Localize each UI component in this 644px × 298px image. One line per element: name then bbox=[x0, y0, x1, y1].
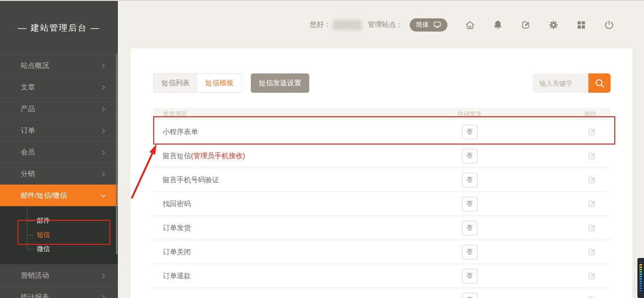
auto-send-toggle[interactable]: 否 bbox=[462, 293, 478, 298]
sidebar-item-products[interactable]: 产品 bbox=[0, 98, 118, 120]
auto-send-toggle[interactable]: 否 bbox=[462, 125, 478, 139]
row-label: 订单发货 bbox=[163, 224, 191, 232]
auto-send-toggle[interactable]: 否 bbox=[462, 269, 478, 283]
sidebar-item-label: 站点概况 bbox=[21, 61, 100, 70]
topbar: 您好： 管理站点： 简体 bbox=[118, 1, 644, 48]
sidebar-scrollbar[interactable] bbox=[116, 54, 117, 254]
home-icon[interactable] bbox=[465, 20, 475, 30]
search-box bbox=[533, 73, 611, 93]
site-language-pill[interactable]: 简体 bbox=[410, 18, 447, 32]
row-label: 订单退款 bbox=[163, 272, 191, 280]
sidebar-item-label: 会员 bbox=[21, 148, 100, 157]
tab-sms-template[interactable]: 短信模板 bbox=[198, 74, 241, 92]
row-edit-icon[interactable] bbox=[587, 127, 596, 137]
tab-group: 短信列表 短信模板 bbox=[153, 73, 242, 93]
chevron-right-icon bbox=[100, 294, 107, 298]
content-panel: 短信列表 短信模板 短信发送设置 发送项目 自动发送 操作 小程序表单 否 bbox=[131, 48, 632, 298]
sidebar-submenu: 邮件 短信 微信 bbox=[0, 206, 118, 265]
table-row: 订单发货 否 bbox=[153, 216, 611, 240]
sidebar-item-label: 文章 bbox=[21, 83, 100, 92]
sidebar-item-distribution[interactable]: 分销 bbox=[0, 163, 118, 185]
sidebar-item-site-overview[interactable]: 站点概况 bbox=[0, 55, 118, 76]
chevron-right-icon bbox=[100, 63, 107, 69]
table-header: 发送项目 自动发送 操作 bbox=[153, 108, 611, 120]
chevron-right-icon bbox=[100, 84, 107, 91]
grid-apps-icon[interactable] bbox=[576, 20, 586, 30]
sidebar-subitem-sms[interactable]: 短信 bbox=[0, 228, 118, 242]
meter-bars bbox=[639, 261, 643, 292]
search-input[interactable] bbox=[533, 73, 588, 93]
row-label: 留言手机号码验证 bbox=[163, 176, 219, 184]
row-edit-icon[interactable] bbox=[587, 175, 596, 185]
row-label: 订单关闭 bbox=[163, 248, 191, 256]
sidebar-item-members[interactable]: 会员 bbox=[0, 141, 118, 163]
table-row: 否 bbox=[153, 288, 611, 298]
search-icon bbox=[594, 78, 605, 89]
gear-icon[interactable] bbox=[548, 20, 559, 30]
sidebar-item-label: 营销活动 bbox=[21, 271, 100, 280]
panel-right-divider bbox=[634, 48, 635, 298]
chevron-right-icon bbox=[100, 128, 107, 134]
sidebar-subitem-mail[interactable]: 邮件 bbox=[0, 214, 118, 228]
column-send-item: 发送项目 bbox=[153, 110, 448, 118]
sidebar-subitem-label: 邮件 bbox=[37, 217, 50, 225]
sidebar-subitem-wechat[interactable]: 微信 bbox=[0, 242, 118, 256]
power-icon[interactable] bbox=[604, 20, 614, 30]
auto-send-toggle[interactable]: 否 bbox=[462, 173, 478, 187]
monitor-icon bbox=[433, 21, 441, 29]
auto-send-toggle[interactable]: 否 bbox=[462, 221, 478, 235]
bell-icon[interactable] bbox=[493, 20, 503, 30]
table-row: 留言短信(管理员手机接收) 否 bbox=[153, 144, 611, 168]
auto-send-toggle[interactable]: 否 bbox=[462, 197, 478, 211]
search-button[interactable] bbox=[588, 73, 611, 93]
sms-send-settings-button[interactable]: 短信发送设置 bbox=[251, 73, 309, 93]
table-row: 小程序表单 否 bbox=[153, 120, 611, 144]
sidebar-item-label: 统计报表 bbox=[21, 293, 100, 298]
chevron-right-icon bbox=[100, 106, 107, 113]
sidebar-item-label: 订单 bbox=[21, 126, 100, 135]
auto-send-toggle[interactable]: 否 bbox=[462, 245, 478, 259]
row-edit-icon[interactable] bbox=[587, 151, 596, 161]
tab-sms-list[interactable]: 短信列表 bbox=[154, 74, 198, 92]
row-edit-icon[interactable] bbox=[587, 295, 596, 298]
greeting-text: 您好： bbox=[310, 20, 331, 29]
sidebar-subitem-label: 微信 bbox=[37, 245, 50, 253]
sidebar-item-mail-sms-wechat[interactable]: 邮件/短信/微信 bbox=[0, 185, 118, 206]
sidebar-item-marketing[interactable]: 营销活动 bbox=[0, 265, 118, 286]
toolbar: 短信列表 短信模板 短信发送设置 bbox=[153, 73, 611, 93]
admin-logo-title: — 建站管理后台 — bbox=[0, 1, 118, 55]
row-label: 小程序表单 bbox=[163, 128, 198, 136]
table-body: 小程序表单 否 留言短信(管理员手机接收) 否 留言手机号码验证 否 bbox=[153, 120, 611, 298]
sidebar-item-label: 产品 bbox=[21, 105, 100, 113]
table-row: 订单退款 否 bbox=[153, 264, 611, 288]
chevron-right-icon bbox=[100, 149, 107, 156]
auto-send-toggle[interactable]: 否 bbox=[462, 149, 478, 163]
sidebar-item-statistics[interactable]: 统计报表 bbox=[0, 286, 118, 298]
table-row: 留言手机号码验证 否 bbox=[153, 168, 611, 192]
row-label-note: (管理员手机接收) bbox=[191, 152, 245, 160]
row-edit-icon[interactable] bbox=[587, 271, 596, 281]
sidebar-item-label: 邮件/短信/微信 bbox=[21, 191, 100, 200]
browser-extension-meter-widget[interactable] bbox=[637, 258, 644, 298]
window-top-divider bbox=[0, 0, 644, 1]
edit-icon[interactable] bbox=[520, 20, 531, 30]
row-edit-icon[interactable] bbox=[587, 223, 596, 233]
sms-template-table: 发送项目 自动发送 操作 小程序表单 否 留言短信(管理员手机接收) 否 bbox=[153, 108, 611, 298]
row-label: 留言短信 bbox=[163, 152, 191, 160]
redacted-username bbox=[333, 20, 362, 30]
sidebar-item-label: 分销 bbox=[21, 169, 100, 178]
sidebar-item-orders[interactable]: 订单 bbox=[0, 120, 118, 141]
sidebar-nav: 站点概况 文章 产品 订单 会员 bbox=[0, 55, 118, 298]
column-operation: 操作 bbox=[491, 110, 611, 118]
row-label: 找回密码 bbox=[163, 200, 191, 208]
sidebar: — 建站管理后台 — 站点概况 文章 产品 订单 会员 bbox=[0, 1, 118, 298]
chevron-down-icon bbox=[100, 193, 107, 199]
language-pill-label: 简体 bbox=[416, 21, 429, 29]
sidebar-subitem-label: 短信 bbox=[37, 231, 50, 239]
manage-site-label: 管理站点： bbox=[368, 20, 403, 29]
column-auto-send: 自动发送 bbox=[448, 110, 491, 118]
chevron-right-icon bbox=[100, 273, 107, 279]
sidebar-item-articles[interactable]: 文章 bbox=[0, 76, 118, 98]
row-edit-icon[interactable] bbox=[587, 199, 596, 209]
row-edit-icon[interactable] bbox=[587, 247, 596, 257]
